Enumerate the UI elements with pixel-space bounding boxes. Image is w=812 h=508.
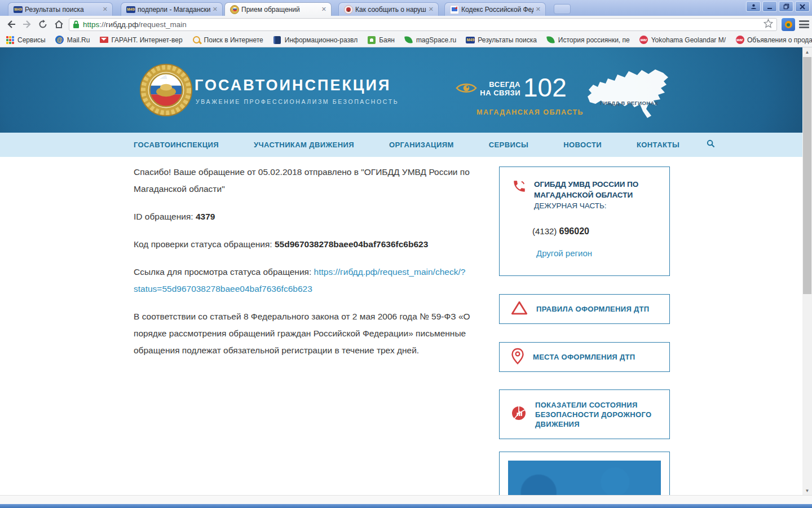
nav-servisy[interactable]: СЕРВИСЫ xyxy=(489,141,528,149)
bookmark-label: Информационно-развл xyxy=(285,36,358,44)
tab-close-icon[interactable]: ✕ xyxy=(536,6,541,12)
bookmark-bayan[interactable]: Баян xyxy=(367,36,395,45)
tab-podperli[interactable]: М49 подперли - Магаданский а ✕ xyxy=(121,2,223,16)
window-controls xyxy=(746,1,810,12)
bookmark-search-results[interactable]: М49 Результаты поиска xyxy=(466,36,537,45)
apps-grid-icon xyxy=(6,36,15,45)
tab-kodeks[interactable]: Кодекс Российской Федера ✕ xyxy=(444,2,546,16)
regions-map[interactable]: ГИБДД В РЕГИОНАХ xyxy=(585,67,670,121)
tab-close-icon[interactable]: ✕ xyxy=(321,6,326,12)
nav-uchastnikam[interactable]: УЧАСТНИКАМ ДВИЖЕНИЯ xyxy=(254,141,354,149)
browser-toolbar: https://гибдд.рф/request_main xyxy=(0,16,812,33)
bookmark-obyavleniya[interactable]: маг Объявления о продаж xyxy=(735,36,812,45)
emergency-number: 102 xyxy=(523,72,567,103)
eye-icon xyxy=(456,81,477,97)
site-nav: ГОСАВТОИНСПЕКЦИЯ УЧАСТНИКАМ ДВИЖЕНИЯ ОРГ… xyxy=(0,133,802,157)
horizontal-scrollbar[interactable] xyxy=(0,495,812,504)
m49-icon: М49 xyxy=(466,36,475,45)
nav-organizaciyam[interactable]: ОРГАНИЗАЦИЯМ xyxy=(389,141,454,149)
bookmark-label: Поиск в Интернете xyxy=(204,36,263,44)
request-id-label: ID обращения: xyxy=(134,212,196,221)
scroll-up-arrow[interactable]: ▲ xyxy=(802,47,812,56)
confirmation-message: Спасибо! Ваше обращение от 05.02.2018 от… xyxy=(134,164,484,370)
nav-kontakty[interactable]: КОНТАКТЫ xyxy=(637,141,679,149)
red-circle-icon: маг xyxy=(639,36,648,45)
bookmark-label: Сервисы xyxy=(17,36,46,44)
m49-favicon: М49 xyxy=(126,6,135,13)
bookmark-label: Yokohama Geolandar M/ xyxy=(651,36,726,44)
accident-rules-card[interactable]: ПРАВИЛА ОФОРМЛЕНИЯ ДТП xyxy=(499,294,670,324)
page-content: Спасибо! Ваше обращение от 05.02.2018 от… xyxy=(0,157,802,495)
tab-close-icon[interactable]: ✕ xyxy=(429,6,434,12)
tab-search-results[interactable]: М49 Результаты поиска ✕ xyxy=(8,2,113,16)
safety-indicators-card[interactable]: ПОКАЗАТЕЛИ СОСТОЯНИЯ БЕЗОПАСНОСТИ ДОРОЖН… xyxy=(499,389,670,439)
site-header: ГОСАВТОИНСПЕКЦИЯ УВАЖЕНИЕ ПРОФЕССИОНАЛИЗ… xyxy=(0,47,802,133)
warning-triangle-icon xyxy=(511,300,528,318)
bookmark-label: Результаты поиска xyxy=(478,36,537,44)
forward-button[interactable] xyxy=(19,17,35,32)
bookmark-label: Баян xyxy=(379,36,395,44)
browser-menu-icon[interactable] xyxy=(798,19,810,29)
banner-image xyxy=(508,461,661,495)
tab-kak-soobshchit[interactable]: Как сообщить о нарушени ✕ xyxy=(338,2,439,16)
browser-window: М49 Результаты поиска ✕ М49 подперли - М… xyxy=(0,0,812,508)
address-bar[interactable]: https://гибдд.рф/request_main xyxy=(69,18,777,31)
always-in-touch-label: ВСЕГДА НА СВЯЗИ xyxy=(475,80,520,97)
status-link-label: Ссылка для просмотра статуса обращения: xyxy=(134,267,314,277)
extension-icon[interactable] xyxy=(782,18,795,31)
scrollbar-thumb[interactable] xyxy=(803,57,811,294)
magnifier-icon xyxy=(192,36,201,45)
request-id-value: 4379 xyxy=(196,212,215,221)
scroll-down-arrow[interactable]: ▼ xyxy=(802,486,812,495)
status-code-value: 55d967038278baee04baf7636fc6b623 xyxy=(275,239,428,249)
bookmark-label: История россиянки, пе xyxy=(558,36,630,44)
bookmark-istoria[interactable]: История россиянки, пе xyxy=(546,36,630,45)
envelope-icon xyxy=(99,36,108,45)
url-text: https://гибдд.рф/request_main xyxy=(83,20,764,29)
card-label: ПОКАЗАТЕЛИ СОСТОЯНИЯ БЕЗОПАСНОСТИ ДОРОЖН… xyxy=(535,400,655,429)
site-subtitle: УВАЖЕНИЕ ПРОФЕССИОНАЛИЗМ БЕЗОПАСНОСТЬ xyxy=(196,98,399,105)
gibdd-emblem-logo[interactable] xyxy=(139,63,193,120)
card-label: ПРАВИЛА ОФОРМЛЕНИЯ ДТП xyxy=(536,304,649,314)
bookmark-star-icon[interactable] xyxy=(764,19,773,30)
bookmark-mailru[interactable]: @ Mail.Ru xyxy=(55,36,90,45)
nav-gosavtoinspekciya[interactable]: ГОСАВТОИНСПЕКЦИЯ xyxy=(134,141,219,149)
back-button[interactable] xyxy=(3,17,19,32)
tab-close-icon[interactable]: ✕ xyxy=(103,6,108,12)
tab-priem-obrashcheniy-active[interactable]: Прием обращений ✕ xyxy=(224,2,332,16)
bookmark-magspace[interactable]: magSpace.ru xyxy=(404,36,456,45)
bookmark-info[interactable]: Информационно-развл xyxy=(273,36,358,45)
site-search-icon[interactable] xyxy=(707,139,715,150)
request-id-line: ID обращения: 4379 xyxy=(134,208,484,225)
navy-square-icon xyxy=(273,36,282,45)
bookmark-yokohama[interactable]: маг Yokohama Geolandar M/ xyxy=(639,36,726,45)
tab-strip: М49 Результаты поиска ✕ М49 подперли - М… xyxy=(0,0,812,16)
home-button[interactable] xyxy=(51,17,67,32)
status-code-label: Код проверки статуса обращения: xyxy=(134,239,275,249)
nav-novosti[interactable]: НОВОСТИ xyxy=(563,141,602,149)
contact-title: ОГИБДД УМВД РОССИИ ПО МАГАДАНСКОЙ ОБЛАСТ… xyxy=(534,179,638,211)
restore-button[interactable] xyxy=(779,1,793,12)
tab-close-icon[interactable]: ✕ xyxy=(213,6,218,12)
new-tab-button[interactable] xyxy=(554,4,571,14)
minimize-button[interactable] xyxy=(762,1,777,12)
close-button[interactable] xyxy=(795,1,810,12)
bookmark-web-search[interactable]: Поиск в Интернете xyxy=(192,36,263,45)
bookmark-label: Объявления о продаж xyxy=(747,36,812,44)
other-region-link[interactable]: Другой регион xyxy=(536,248,592,258)
reload-button[interactable] xyxy=(35,17,51,32)
accident-places-card[interactable]: МЕСТА ОФОРМЛЕНИЯ ДТП xyxy=(499,342,670,372)
bookmark-garant[interactable]: ГАРАНТ. Интернет-вер xyxy=(99,36,182,45)
bookmark-services[interactable]: Сервисы xyxy=(6,36,46,45)
profile-button[interactable] xyxy=(746,1,761,12)
law-text: В соответствии со статьей 8 Федерального… xyxy=(134,308,484,359)
announcement-banner[interactable] xyxy=(499,452,670,495)
vertical-scrollbar[interactable]: ▲ ▼ xyxy=(802,47,812,495)
region-selector[interactable]: МАГАДАНСКАЯ ОБЛАСТЬ xyxy=(476,108,584,116)
tab-title: Кодекс Российской Федера xyxy=(461,6,533,14)
green-leaf-icon xyxy=(404,36,413,45)
thanks-text: Спасибо! Ваше обращение от 05.02.2018 от… xyxy=(134,164,484,198)
bookmarks-bar: Сервисы @ Mail.Ru ГАРАНТ. Интернет-вер П… xyxy=(0,33,812,47)
tab-title: Результаты поиска xyxy=(25,6,100,14)
card-label: МЕСТА ОФОРМЛЕНИЯ ДТП xyxy=(533,352,635,362)
